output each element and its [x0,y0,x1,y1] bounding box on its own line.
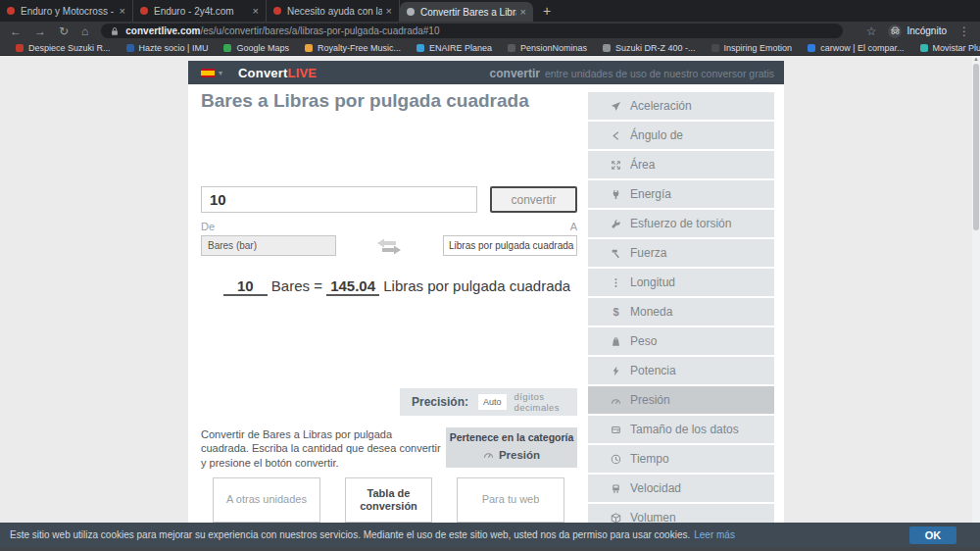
bookmark-label: Google Maps [236,43,289,53]
bookmark-item[interactable]: PensionNominas [500,43,595,53]
sidebar-category-item[interactable]: Ángulo de [588,122,774,149]
sidebar-category-item[interactable]: Longitud [588,269,774,296]
tab-close-icon[interactable]: × [120,5,125,17]
bookmarks-bar: Despiece Suzuki R... Hazte socio | IMU G… [0,40,980,56]
forward-icon[interactable]: → [34,25,46,37]
bookmark-item[interactable]: Google Maps [216,43,297,53]
tab-close-icon[interactable]: × [386,5,392,17]
precision-bar: Precisión: Auto dígitos decimales [400,388,577,416]
browser-menu-icon[interactable]: ⋮ [958,25,970,37]
to-unit-select[interactable]: Libras por pulgada cuadrada (psi) [443,235,577,256]
from-label: De [201,221,215,232]
bookmark-item[interactable]: Royalty-Free Music... [297,43,409,53]
bookmark-item[interactable]: Suzuki DR-Z 400 -... [595,43,704,53]
chevron-down-icon[interactable]: ▾ [219,69,222,77]
url-domain: convertlive.com [125,25,200,36]
sidebar-category-item[interactable]: Fuerza [588,239,774,267]
bookmark-item[interactable]: ENAIRE Planea [409,43,500,53]
browser-toolbar: ← → ↻ ⌂ convertlive.com /es/u/convertir/… [0,22,980,40]
site-header: ▾ ConvertLIVE convertirentre unidades de… [188,61,784,84]
bookmark-star-icon[interactable]: ☆ [866,25,877,37]
bookmark-label: Inspiring Emotion [724,43,793,53]
bookmark-favicon [16,44,24,52]
bookmark-label: Royalty-Free Music... [318,43,401,53]
bookmark-favicon [808,44,815,52]
cookie-ok-button[interactable]: OK [909,526,956,544]
bookmark-item[interactable]: Hazte socio | IMU [119,43,217,53]
sidebar-category-item[interactable]: Volumen [588,504,774,523]
category-name: Presión [499,449,540,461]
incognito-label: Incógnito [906,25,947,36]
data-icon [610,425,622,435]
browser-tab[interactable]: Convertir Bares a Libras por pulg × [400,2,533,22]
plug-icon [610,189,622,200]
sidebar-category-item[interactable]: Tamaño de los datos [588,416,774,443]
cookie-learn-more-link[interactable]: Leer más [694,529,735,540]
scrollbar-thumb[interactable] [973,64,979,230]
tab-close-icon[interactable]: × [253,5,259,17]
clock-icon [610,454,622,465]
browser-tab[interactable]: Enduro y Motocross - 2y4t.com × [0,0,133,22]
convert-button[interactable]: convertir [490,186,577,213]
tab-strip: Enduro y Motocross - 2y4t.com × Enduro -… [0,0,533,22]
sidebar-category-label: Longitud [630,276,675,289]
precision-mode-button[interactable]: Auto [478,394,507,410]
sidebar-category-label: Energía [630,187,671,201]
tab-title: Enduro y Motocross - 2y4t.com [21,6,116,17]
result-equals: = [314,277,322,294]
sidebar-category-label: Ángulo de [630,128,683,142]
sidebar-category-item[interactable]: Tiempo [588,445,774,473]
bookmark-item[interactable]: Despiece Suzuki R... [8,43,119,53]
reload-icon[interactable]: ↻ [59,25,69,37]
conversion-table-button[interactable]: Tabla de conversión [345,477,432,523]
cookie-text: Este sitio web utiliza cookies para mejo… [10,529,690,540]
sidebar-category-item[interactable]: Energía [588,180,774,208]
gauge-icon [483,446,494,464]
torque-icon [610,219,622,229]
sidebar-category-item[interactable]: Aceleración [588,92,774,120]
tab-close-icon[interactable]: × [520,6,526,18]
bookmark-label: Movistar Plus en di... [933,43,980,53]
browser-tab[interactable]: Necesito ayuda con la suspensió × [267,0,400,22]
incognito-badge: Incógnito [888,25,947,38]
url-path: /es/u/convertir/bares/a/libras-por-pulga… [200,25,439,36]
sidebar-category-item[interactable]: $ Moneda [588,298,774,326]
tab-title: Convertir Bares a Libras por pulg [420,7,516,18]
category-box[interactable]: Pertenece en la categoría Presión [446,427,577,468]
sidebar-category-label: Peso [630,334,657,348]
swap-icon[interactable] [376,237,402,260]
result-unit-to: Libras por pulgada cuadrada [383,277,570,294]
bookmark-item[interactable]: carwow | El compar... [800,43,911,53]
amount-input[interactable] [201,186,477,213]
sidebar-category-item[interactable]: Peso [588,327,774,355]
result-value-from: 10 [223,277,268,296]
browser-tab[interactable]: Enduro - 2y4t.com × [133,0,267,22]
bookmark-favicon [920,44,928,52]
sidebar-category-item[interactable]: Área [588,151,774,178]
for-your-web-button[interactable]: Para tu web [457,477,564,523]
back-icon[interactable]: ← [10,25,22,37]
scrollbar-up-icon[interactable]: ▲ [972,56,980,62]
sidebar-category-item[interactable]: Presión [588,386,774,414]
ruler-icon [610,277,622,288]
bookmark-label: carwow | El compar... [820,43,904,53]
page-title: Bares a Libras por pulgada cuadrada [201,90,529,112]
site-tagline: convertirentre unidades de uso de nuestr… [490,64,774,81]
other-units-button[interactable]: A otras unidades [213,477,320,523]
bookmark-favicon [305,44,313,52]
tab-bar: Enduro y Motocross - 2y4t.com × Enduro -… [0,0,980,22]
sidebar-category-item[interactable]: Velocidad [588,475,774,502]
sidebar-category-item[interactable]: Esfuerzo de torsión [588,210,774,237]
result-unit-from: Bares [271,277,310,294]
from-unit-select[interactable]: Bares (bar) [201,235,336,256]
site-logo[interactable]: ConvertLIVE [238,66,317,80]
page-scrollbar[interactable]: ▲ [972,56,980,523]
spanish-flag-icon[interactable] [201,69,215,77]
sidebar-category-item[interactable]: Potencia [588,357,774,384]
bookmark-item[interactable]: Movistar Plus en di... [912,43,980,53]
new-tab-button[interactable]: + [533,0,561,22]
address-bar[interactable]: convertlive.com /es/u/convertir/bares/a/… [101,24,842,38]
sidebar-category-label: Potencia [630,364,676,377]
bookmark-item[interactable]: Inspiring Emotion [704,43,801,53]
home-icon[interactable]: ⌂ [81,25,88,37]
